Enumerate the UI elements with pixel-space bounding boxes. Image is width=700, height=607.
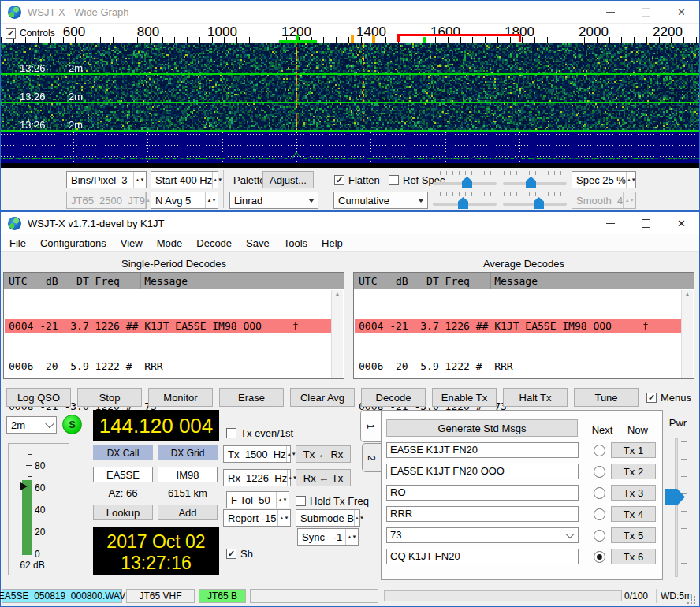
tx-freq-spinbox[interactable]: Tx 1500 Hz▲▼: [223, 445, 291, 463]
tx4-now-button[interactable]: Tx 4: [611, 506, 656, 522]
stop-button[interactable]: Stop: [77, 388, 142, 407]
flatten-checkbox[interactable]: ✓ Flatten: [334, 174, 380, 186]
lookup-button[interactable]: Lookup: [93, 505, 153, 520]
spin-arrows-icon[interactable]: ▲▼: [277, 510, 290, 526]
pwr-slider-groove[interactable]: [675, 438, 678, 577]
slider-handle[interactable]: [462, 177, 472, 188]
band-combobox[interactable]: 2m: [6, 416, 57, 434]
tx-even-checkbox[interactable]: Tx even/1st: [226, 427, 293, 439]
controls-checkbox[interactable]: ✓ Controls: [6, 28, 55, 39]
decode-row[interactable]: 0004 -21 3.7 1226 ## K1JT EA5SE IM98 OOO…: [5, 319, 331, 333]
minimize-button[interactable]: [593, 1, 628, 23]
generate-std-msgs-button[interactable]: Generate Std Msgs: [386, 419, 578, 437]
close-button[interactable]: ✕: [664, 1, 699, 23]
maximize-button[interactable]: [628, 1, 664, 23]
dx-call-field[interactable]: EA5SE: [93, 467, 153, 482]
tx2-message-field[interactable]: EA5SE K1JT FN20 OOO: [386, 464, 579, 479]
display-mode-combobox[interactable]: Cumulative: [333, 192, 428, 209]
scrollbar[interactable]: ▲: [681, 290, 693, 378]
decode-row[interactable]: 0004 -21 3.7 1226 ## K1JT EA5SE IM98 OOO…: [355, 319, 681, 333]
log-qso-button[interactable]: Log QSO: [6, 388, 71, 407]
bins-pixel-spinbox[interactable]: Bins/Pixel 3▲▼: [66, 171, 147, 188]
spin-arrows-icon[interactable]: ▲▼: [205, 192, 218, 208]
zero-slider-1[interactable]: [503, 171, 567, 188]
zero-slider-2[interactable]: [503, 192, 567, 209]
menu-view[interactable]: View: [114, 237, 150, 249]
gain-slider-2[interactable]: [433, 192, 497, 209]
maximize-button[interactable]: [628, 212, 664, 234]
menu-mode[interactable]: Mode: [150, 237, 190, 249]
tx3-now-button[interactable]: Tx 3: [611, 485, 656, 501]
gain-slider-1[interactable]: [433, 171, 497, 188]
spin-arrows-icon[interactable]: ▲▼: [133, 172, 146, 188]
waterfall[interactable]: 13:26 2m 13:26 2m 13:26 2m: [1, 43, 699, 168]
decode-row[interactable]: 0006 -20 5.9 1222 # RRR: [5, 359, 331, 373]
waterfall-canvas[interactable]: [1, 43, 699, 168]
minimize-button[interactable]: [593, 212, 628, 234]
menus-checkbox[interactable]: ✓ Menus: [646, 392, 691, 404]
slider-handle[interactable]: [458, 197, 468, 209]
menu-help[interactable]: Help: [315, 237, 350, 249]
tune-button[interactable]: Tune: [574, 388, 639, 407]
close-button[interactable]: ✕: [664, 212, 699, 234]
rx-from-tx-button[interactable]: Rx ← Tx: [296, 469, 351, 486]
wide-graph-titlebar[interactable]: WSJT-X - Wide Graph ✕: [1, 1, 699, 23]
f-tol-spinbox[interactable]: F Tol 50▲▼: [226, 491, 289, 508]
report-spinbox[interactable]: Report -15▲▼: [223, 509, 291, 527]
tx3-message-field[interactable]: RO: [386, 485, 579, 501]
palette-combobox[interactable]: Linrad: [229, 192, 318, 209]
spin-arrows-icon[interactable]: ▲▼: [276, 492, 289, 508]
erase-button[interactable]: Erase: [219, 388, 284, 407]
menu-file[interactable]: File: [2, 237, 33, 249]
menu-tools[interactable]: Tools: [277, 237, 315, 249]
adjust-button[interactable]: Adjust...: [262, 171, 314, 188]
resize-grip[interactable]: [687, 596, 695, 604]
spin-arrows-icon[interactable]: ▲▼: [354, 510, 364, 526]
tx2-now-button[interactable]: Tx 2: [611, 464, 656, 479]
tx1-now-button[interactable]: Tx 1: [611, 442, 656, 458]
tx-from-rx-button[interactable]: Tx ← Rx: [296, 445, 351, 463]
tx6-message-combobox[interactable]: CQ K1JT FN20: [386, 549, 579, 564]
tx4-message-field[interactable]: RRR: [386, 506, 579, 522]
spin-arrows-icon[interactable]: ▲▼: [626, 172, 636, 188]
halt-tx-button[interactable]: Halt Tx: [503, 388, 568, 407]
dx-grid-header[interactable]: DX Grid: [158, 445, 218, 460]
decode-button[interactable]: Decode: [361, 388, 426, 407]
scrollbar[interactable]: ▲: [331, 290, 343, 378]
decode-row[interactable]: 0006 -20 5.9 1222 # RRR: [355, 359, 681, 373]
menu-configurations[interactable]: Configurations: [33, 237, 114, 249]
main-titlebar[interactable]: WSJT-X v1.7.1-devel by K1JT ✕: [1, 212, 699, 234]
tx1-next-radio[interactable]: [594, 445, 605, 456]
sh-checkbox[interactable]: ✓ Sh: [226, 548, 253, 560]
tx5-message-combobox[interactable]: 73: [386, 527, 579, 543]
tx5-now-button[interactable]: Tx 5: [611, 527, 656, 543]
tx5-next-radio[interactable]: [594, 530, 605, 542]
spin-arrows-icon[interactable]: ▲▼: [212, 172, 222, 188]
rx-status-indicator[interactable]: S: [62, 415, 82, 434]
tx3-next-radio[interactable]: [594, 487, 605, 499]
monitor-button[interactable]: Monitor: [148, 388, 213, 407]
tx1-message-field[interactable]: EA5SE K1JT FN20: [386, 442, 579, 458]
submode-spinbox[interactable]: Submode B▲▼: [296, 509, 360, 527]
tab-1[interactable]: 1: [360, 410, 381, 442]
sync-spinbox[interactable]: Sync -1▲▼: [297, 528, 359, 546]
enable-tx-button[interactable]: Enable Tx: [432, 388, 497, 407]
start-hz-spinbox[interactable]: Start 400 Hz▲▼: [151, 171, 218, 188]
tx2-next-radio[interactable]: [594, 466, 605, 478]
n-avg-spinbox[interactable]: N Avg 5▲▼: [151, 192, 218, 209]
tx6-now-button[interactable]: Tx 6: [611, 549, 656, 564]
spin-arrows-icon[interactable]: ▲▼: [286, 446, 296, 462]
tx6-next-radio[interactable]: [594, 551, 605, 563]
clear-avg-button[interactable]: Clear Avg: [290, 388, 355, 407]
menu-decode[interactable]: Decode: [189, 237, 239, 249]
hold-tx-freq-checkbox[interactable]: Hold Tx Freq: [296, 495, 369, 507]
slider-handle[interactable]: [526, 177, 536, 188]
dx-grid-field[interactable]: IM98: [158, 467, 218, 482]
rx-freq-spinbox[interactable]: Rx 1226 Hz▲▼: [223, 469, 291, 486]
dx-call-header[interactable]: DX Call: [93, 445, 153, 460]
tx4-next-radio[interactable]: [594, 508, 605, 520]
tab-2[interactable]: 2: [362, 443, 381, 472]
frequency-scale[interactable]: ✓ Controls 600 800 1000 1200 1400 1600 1…: [1, 23, 699, 44]
spin-arrows-icon[interactable]: ▲▼: [345, 529, 358, 545]
spec-spinbox[interactable]: Spec 25 %▲▼: [572, 171, 636, 188]
